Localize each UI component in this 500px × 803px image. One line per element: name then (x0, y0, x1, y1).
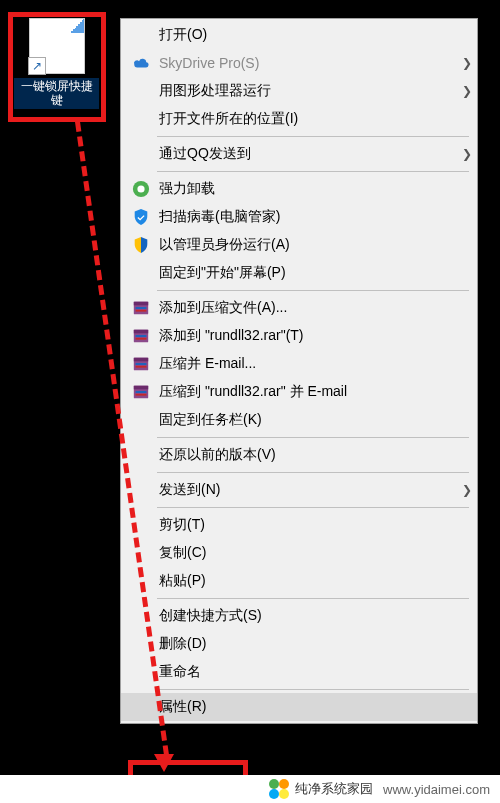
menu-separator (157, 472, 469, 473)
menu-item[interactable]: 粘贴(P) (121, 567, 477, 595)
svg-rect-4 (136, 307, 147, 309)
menu-item[interactable]: 创建快捷方式(S) (121, 602, 477, 630)
svg-rect-3 (134, 302, 148, 306)
menu-item-label: 剪切(T) (153, 516, 477, 534)
menu-separator (157, 437, 469, 438)
menu-item-label: 发送到(N) (153, 481, 457, 499)
chevron-right-icon: ❯ (457, 483, 477, 497)
menu-item[interactable]: 属性(R) (121, 693, 477, 721)
blank-icon (129, 443, 153, 467)
menu-item-label: 添加到 "rundll32.rar"(T) (153, 327, 477, 345)
svg-rect-13 (136, 366, 147, 368)
menu-item-label: 固定到任务栏(K) (153, 411, 477, 429)
menu-item[interactable]: 固定到任务栏(K) (121, 406, 477, 434)
blank-icon (129, 478, 153, 502)
svg-rect-11 (134, 358, 148, 362)
menu-item[interactable]: 打开文件所在的位置(I) (121, 105, 477, 133)
rar-icon (129, 296, 153, 320)
blank-icon (129, 541, 153, 565)
blank-icon (129, 513, 153, 537)
svg-rect-16 (136, 391, 147, 393)
menu-item-label: 扫描病毒(电脑管家) (153, 208, 477, 226)
context-menu: 打开(O)SkyDrive Pro(S)❯用图形处理器运行❯打开文件所在的位置(… (120, 18, 478, 724)
blank-icon (129, 408, 153, 432)
annotation-arrow-head (154, 754, 174, 772)
file-icon: ↗ (29, 18, 85, 74)
menu-item[interactable]: SkyDrive Pro(S)❯ (121, 49, 477, 77)
menu-item[interactable]: 扫描病毒(电脑管家) (121, 203, 477, 231)
watermark-footer: 纯净系统家园 www.yidaimei.com (0, 775, 500, 803)
menu-item-label: 删除(D) (153, 635, 477, 653)
svg-rect-8 (136, 335, 147, 337)
rar-icon (129, 324, 153, 348)
blank-icon (129, 695, 153, 719)
chevron-right-icon: ❯ (457, 84, 477, 98)
menu-item[interactable]: 添加到 "rundll32.rar"(T) (121, 322, 477, 350)
menu-item[interactable]: 固定到"开始"屏幕(P) (121, 259, 477, 287)
svg-rect-5 (136, 310, 147, 312)
menu-item-label: 固定到"开始"屏幕(P) (153, 264, 477, 282)
menu-item[interactable]: 复制(C) (121, 539, 477, 567)
menu-item-label: 还原以前的版本(V) (153, 446, 477, 464)
menu-item[interactable]: 强力卸载 (121, 175, 477, 203)
menu-item-label: 压缩到 "rundll32.rar" 并 E-mail (153, 383, 477, 401)
menu-item[interactable]: 还原以前的版本(V) (121, 441, 477, 469)
blank-icon (129, 632, 153, 656)
menu-separator (157, 171, 469, 172)
blank-icon (129, 79, 153, 103)
menu-item[interactable]: 压缩并 E-mail... (121, 350, 477, 378)
scan-icon (129, 205, 153, 229)
menu-item-label: 用图形处理器运行 (153, 82, 457, 100)
shortcut-badge: ↗ (28, 57, 46, 75)
watermark-brand: 纯净系统家园 (295, 780, 373, 798)
menu-separator (157, 689, 469, 690)
watermark-url: www.yidaimei.com (383, 782, 490, 797)
menu-item[interactable]: 删除(D) (121, 630, 477, 658)
menu-item-label: 复制(C) (153, 544, 477, 562)
desktop-shortcut[interactable]: ↗ 一键锁屏快捷键 (14, 18, 99, 109)
menu-item[interactable]: 重命名 (121, 658, 477, 686)
blank-icon (129, 604, 153, 628)
menu-separator (157, 136, 469, 137)
shield-icon (129, 233, 153, 257)
blank-icon (129, 23, 153, 47)
blank-icon (129, 142, 153, 166)
menu-item[interactable]: 压缩到 "rundll32.rar" 并 E-mail (121, 378, 477, 406)
menu-item-label: 属性(R) (153, 698, 477, 716)
menu-separator (157, 290, 469, 291)
desktop-shortcut-label: 一键锁屏快捷键 (14, 78, 99, 109)
menu-item-label: 重命名 (153, 663, 477, 681)
menu-item[interactable]: 添加到压缩文件(A)... (121, 294, 477, 322)
chevron-right-icon: ❯ (457, 147, 477, 161)
menu-item[interactable]: 以管理员身份运行(A) (121, 231, 477, 259)
blank-icon (129, 261, 153, 285)
blank-icon (129, 107, 153, 131)
svg-point-1 (137, 185, 144, 192)
cloud-icon (129, 51, 153, 75)
menu-separator (157, 507, 469, 508)
menu-item-label: 打开(O) (153, 26, 477, 44)
menu-item[interactable]: 剪切(T) (121, 511, 477, 539)
menu-item-label: 添加到压缩文件(A)... (153, 299, 477, 317)
menu-item-label: 强力卸载 (153, 180, 477, 198)
chevron-right-icon: ❯ (457, 56, 477, 70)
svg-rect-17 (136, 394, 147, 396)
rar-icon (129, 380, 153, 404)
blank-icon (129, 660, 153, 684)
menu-separator (157, 598, 469, 599)
menu-item-label: 通过QQ发送到 (153, 145, 457, 163)
menu-item-label: 创建快捷方式(S) (153, 607, 477, 625)
menu-item[interactable]: 通过QQ发送到❯ (121, 140, 477, 168)
svg-rect-12 (136, 363, 147, 365)
svg-rect-7 (134, 330, 148, 334)
menu-item[interactable]: 用图形处理器运行❯ (121, 77, 477, 105)
svg-rect-9 (136, 338, 147, 340)
menu-item-label: 打开文件所在的位置(I) (153, 110, 477, 128)
watermark-logo (269, 779, 289, 799)
menu-item[interactable]: 打开(O) (121, 21, 477, 49)
menu-item[interactable]: 发送到(N)❯ (121, 476, 477, 504)
svg-rect-15 (134, 386, 148, 390)
menu-item-label: 压缩并 E-mail... (153, 355, 477, 373)
menu-item-label: 以管理员身份运行(A) (153, 236, 477, 254)
menu-item-label: SkyDrive Pro(S) (153, 55, 457, 71)
